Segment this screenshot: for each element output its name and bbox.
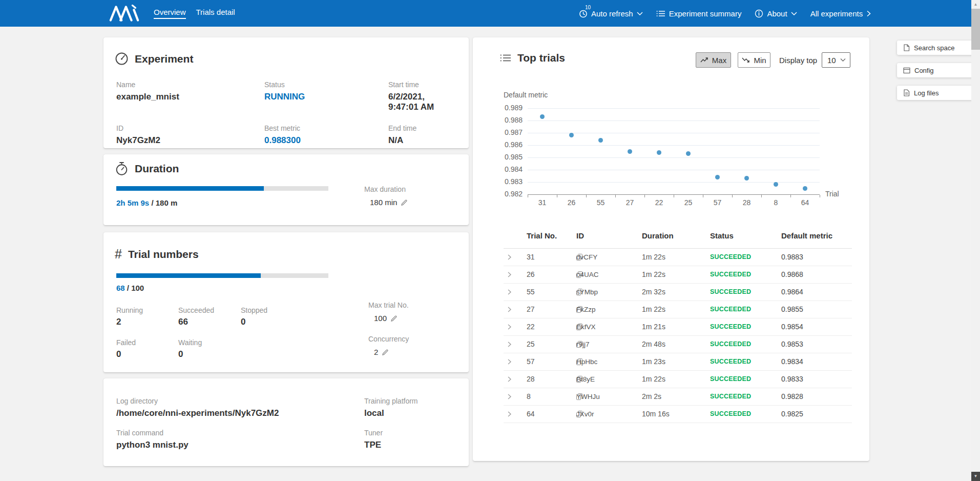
y-axis-tick-label: 0.983	[488, 177, 523, 186]
duration-cell: 10m 16s	[642, 406, 670, 423]
x-axis-tick-label: 26	[557, 198, 586, 207]
experiment-summary-button[interactable]: Experiment summary	[656, 9, 742, 18]
x-axis-tick-mark	[820, 195, 820, 197]
experiment-fields: Nameexample_mnist StatusRUNNING Start ti…	[116, 81, 454, 146]
trial-no-cell: 28	[527, 371, 535, 388]
auto-refresh-button[interactable]: 10 Auto refresh	[579, 9, 643, 18]
duration-cell: 1m 22s	[642, 371, 665, 388]
x-axis-tick-label: 22	[644, 198, 674, 207]
x-axis-tick-mark	[557, 195, 557, 197]
x-axis-tick-mark	[674, 195, 674, 197]
y-axis-tick-label: 0.982	[488, 190, 523, 198]
y-axis-tick-label: 0.987	[488, 128, 523, 136]
x-axis-tick-mark	[528, 195, 528, 197]
status-badge: RUNNING	[264, 92, 388, 102]
hash-icon: #	[115, 247, 122, 262]
list-icon	[656, 10, 665, 17]
x-axis-tick-label: 64	[790, 198, 820, 207]
duration-card: Duration 2h 5m 9s / 180 m Max duration 1…	[103, 154, 469, 225]
duration-title-text: Duration	[135, 163, 179, 175]
scrollbar-thumb[interactable]	[971, 9, 980, 50]
duration-cell: 2m 32s	[642, 284, 665, 300]
x-axis-tick-mark	[761, 195, 762, 197]
status-cell: SUCCEEDED	[710, 318, 751, 335]
duration-card-title: Duration	[115, 162, 179, 176]
table-row: 64JXv0r10m 16sSUCCEEDED0.9825	[504, 406, 852, 423]
trial-no-cell: 8	[527, 388, 531, 405]
search-space-button[interactable]: Search space	[897, 41, 978, 55]
trial-numbers-title-text: Trial numbers	[128, 248, 199, 260]
trial-id-text: r9jj7	[576, 336, 590, 353]
scatter-point	[744, 176, 749, 181]
metric-cell: 0.9854	[781, 318, 803, 335]
document-icon	[903, 44, 910, 51]
trial-id-cell: dvCFY	[576, 249, 582, 266]
expand-row-chevron-icon[interactable]	[506, 406, 513, 428]
metric-cell: 0.9825	[781, 406, 803, 423]
scroll-down-arrow-icon[interactable]: ▼	[971, 472, 980, 481]
vertical-scrollbar[interactable]: ▲ ▼	[971, 0, 980, 481]
metric-cell: 0.9855	[781, 301, 803, 318]
status-cell: SUCCEEDED	[710, 336, 751, 353]
y-axis-tick-label: 0.989	[488, 104, 523, 112]
chevron-right-icon	[866, 10, 871, 17]
metric-cell: 0.9834	[781, 353, 803, 370]
duration-progress-bar	[116, 186, 328, 191]
x-axis-tick-label: 28	[732, 198, 761, 207]
nav-right-group: 10 Auto refresh Experiment summary About…	[579, 0, 871, 27]
max-duration-block: Max duration 180 min	[364, 185, 408, 207]
nav-tabs: Overview Trials detail	[154, 0, 235, 27]
table-row: 31dvCFY1m 22sSUCCEEDED0.9883	[504, 249, 852, 266]
all-experiments-link[interactable]: All experiments	[810, 9, 871, 18]
trial-id-text: EkfVX	[576, 318, 596, 335]
concurrency-value: 2	[374, 348, 378, 356]
duration-cell: 1m 22s	[642, 266, 665, 283]
header-default-metric: Default metric	[781, 231, 832, 240]
gauge-icon	[115, 52, 129, 66]
header-status: Status	[710, 231, 734, 240]
scroll-up-arrow-icon[interactable]: ▲	[971, 0, 980, 9]
nni-logo	[109, 5, 140, 22]
scatter-point	[803, 186, 807, 191]
scatter-point	[657, 150, 661, 155]
trials-progress-fill	[116, 273, 261, 278]
gridline	[528, 108, 820, 109]
edit-pencil-icon[interactable]	[401, 199, 408, 206]
x-axis-tick-mark	[644, 195, 645, 197]
y-axis-tick-label: 0.984	[488, 165, 523, 173]
status-cell: SUCCEEDED	[710, 353, 751, 370]
trial-id-text: JXv0r	[576, 406, 594, 423]
table-row: 27FkZzp1m 22sSUCCEEDED0.9855	[504, 301, 852, 318]
tab-trials-detail[interactable]: Trials detail	[196, 8, 235, 19]
config-button[interactable]: Config	[897, 63, 978, 77]
status-cell: SUCCEEDED	[710, 266, 751, 283]
trial-id-text: o4UAC	[576, 266, 599, 283]
tab-overview[interactable]: Overview	[154, 8, 186, 19]
x-axis-tick-mark	[615, 195, 616, 197]
experiment-title-text: Experiment	[135, 53, 193, 65]
field-end-time: End timeN/A	[388, 124, 454, 146]
edit-pencil-icon[interactable]	[390, 315, 398, 322]
log-files-button[interactable]: Log files	[897, 86, 978, 100]
gridline	[528, 170, 820, 170]
metric-cell: 0.9864	[781, 284, 803, 300]
about-button[interactable]: About	[755, 9, 797, 18]
trial-id-cell: sYMbp	[576, 284, 582, 300]
x-axis-tick-mark	[703, 195, 703, 197]
x-axis-tick-mark	[790, 195, 791, 197]
trial-id-text: HpHbc	[576, 353, 597, 370]
stat-stopped: Stopped0	[241, 306, 342, 327]
status-cell: SUCCEEDED	[710, 301, 751, 318]
search-space-label: Search space	[914, 44, 955, 52]
x-axis-tick-label: 55	[586, 198, 615, 207]
table-row: 26o4UAC1m 22sSUCCEEDED0.9868	[504, 266, 852, 284]
trial-no-cell: 31	[527, 249, 535, 266]
scatter-point	[598, 138, 603, 143]
config-label: Config	[914, 67, 934, 74]
x-axis-tick-label: 57	[703, 198, 732, 207]
status-cell: SUCCEEDED	[710, 371, 751, 388]
default-metric-chart: Default metric Trial 0.9890.9880.9870.98…	[473, 37, 869, 253]
trial-id-cell: HpHbc	[576, 353, 582, 370]
edit-pencil-icon[interactable]	[382, 349, 389, 356]
max-trial-value: 100	[374, 314, 387, 323]
